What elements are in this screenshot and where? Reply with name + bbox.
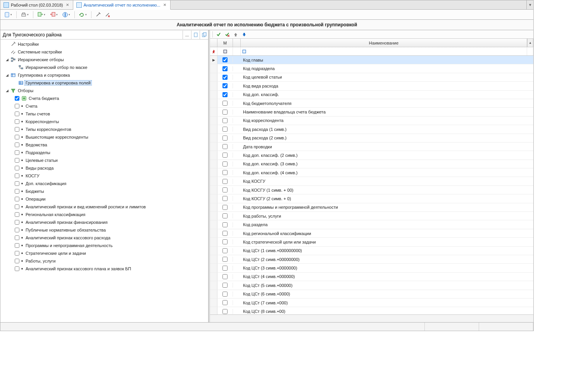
row-m-checkbox[interactable] (222, 118, 228, 123)
tree-filter-item[interactable]: Операции (0, 195, 208, 203)
filter-name-icon[interactable] (241, 47, 527, 55)
row-header[interactable] (210, 194, 217, 203)
tree-node-hier-mask[interactable]: Иерархический отбор по маске (0, 64, 208, 71)
filter-checkbox[interactable] (15, 228, 19, 232)
move-up-button[interactable] (232, 31, 239, 38)
row-m-checkbox[interactable] (222, 144, 228, 149)
filter-m-icon[interactable] (217, 47, 233, 55)
table-row[interactable]: Код региональной классификации (210, 229, 533, 238)
row-header[interactable] (210, 99, 217, 107)
row-header[interactable] (210, 212, 217, 220)
row-header[interactable] (210, 264, 217, 272)
row-m-checkbox[interactable] (222, 309, 228, 314)
filter-checkbox[interactable] (15, 127, 19, 132)
tree-filter-item[interactable]: Виды расхода (0, 164, 208, 172)
info-button[interactable]: i (61, 11, 72, 19)
filter-checkbox[interactable] (15, 104, 19, 108)
table-row[interactable]: Код вида расхода (210, 82, 533, 90)
row-header[interactable] (210, 290, 217, 298)
table-row[interactable]: Код стратегической цели или задачи (210, 238, 533, 246)
filter-checkbox[interactable] (15, 158, 19, 163)
table-row[interactable]: Код КОСГУ (210, 177, 533, 185)
table-row[interactable]: Код ЦСт (3 симв.+0000000) (210, 264, 533, 272)
row-m-checkbox[interactable] (222, 248, 228, 253)
template-copy-button[interactable] (191, 31, 200, 39)
tree-filter-item[interactable]: Корреспонденты (0, 118, 208, 125)
filter-checkbox[interactable] (15, 119, 19, 124)
table-row[interactable]: Код КОСГУ (2 симв. + 0) (210, 194, 533, 203)
table-row[interactable]: Вид расхода (2 симв.) (210, 134, 533, 143)
filter-checkbox[interactable] (15, 204, 19, 209)
tree-filter-item[interactable]: Аналитический признак кассового расхода (0, 234, 208, 242)
tree-filter-item[interactable]: Счета (0, 102, 208, 110)
row-m-checkbox[interactable] (222, 239, 228, 244)
row-header[interactable] (210, 255, 217, 263)
row-header[interactable] (210, 108, 217, 116)
row-m-checkbox[interactable] (222, 153, 228, 158)
row-header[interactable] (210, 186, 217, 194)
row-m-checkbox[interactable] (222, 274, 228, 279)
uncheck-button[interactable] (224, 31, 231, 38)
table-row[interactable]: Код раздела (210, 220, 533, 229)
row-m-checkbox[interactable] (222, 161, 228, 167)
table-row[interactable]: ▶Код главы (210, 56, 533, 64)
filter-checkbox[interactable] (15, 112, 19, 116)
tree-filter-item[interactable]: Ведомства (0, 141, 208, 149)
filter-checkbox[interactable] (15, 197, 19, 201)
tree-node-sys-settings[interactable]: Системные настройки (0, 48, 208, 56)
tree-filter-item[interactable]: Аналитический признак кассового плана и … (0, 265, 208, 273)
template-more-button[interactable]: ... (183, 31, 191, 39)
check-button[interactable] (215, 31, 222, 38)
row-m-checkbox[interactable] (222, 92, 228, 97)
table-row[interactable]: Код целевой статьи (210, 73, 533, 82)
row-header[interactable] (210, 143, 217, 151)
row-m-checkbox[interactable] (222, 196, 228, 201)
filter-checkbox[interactable] (15, 150, 19, 155)
close-icon[interactable]: ✕ (162, 3, 167, 7)
row-m-checkbox[interactable] (222, 170, 228, 175)
column-header-m[interactable]: М (217, 39, 233, 47)
row-m-checkbox[interactable] (222, 300, 228, 305)
table-row[interactable]: Дата проводки (210, 143, 533, 151)
row-m-checkbox[interactable] (222, 213, 228, 218)
table-row[interactable]: Код подраздела (210, 64, 533, 73)
tree-filter-item[interactable]: Типы корреспондентов (0, 125, 208, 133)
row-header[interactable] (210, 134, 217, 142)
row-header[interactable] (210, 125, 217, 133)
tree-filter-item[interactable]: Программы и непрограммная деятельность (0, 242, 208, 249)
filter-pin-icon[interactable] (210, 47, 217, 55)
row-m-checkbox[interactable] (222, 110, 228, 115)
table-row[interactable]: Код ЦСт (1 симв.+000000000) (210, 247, 533, 255)
row-header[interactable] (210, 151, 217, 159)
table-row[interactable]: Код ЦСт (6 симв.+0000) (210, 290, 533, 299)
table-row[interactable]: Код доп. классиф. (4 симв.) (210, 168, 533, 177)
tree-filter-item[interactable]: Бюджеты (0, 187, 208, 195)
move-down-button[interactable] (241, 31, 248, 38)
table-row[interactable]: Код доп. классиф. (2 симв.) (210, 151, 533, 160)
row-m-checkbox[interactable] (222, 75, 228, 80)
row-header[interactable] (210, 307, 217, 314)
tab-report[interactable]: Аналитический отчет по исполнению... ✕ (73, 0, 171, 10)
table-row[interactable]: Код программы и непрограммной деятельнос… (210, 203, 533, 212)
tree-node-filters[interactable]: ◢ Отборы (0, 87, 208, 94)
tab-desktop[interactable]: Рабочий стол (02.03.2018) ✕ (0, 0, 73, 9)
print-button[interactable] (19, 11, 30, 19)
row-m-checkbox[interactable] (222, 57, 228, 62)
row-header[interactable] (210, 220, 217, 228)
tree-filter-item[interactable]: Аналитический признак и вид изменений ро… (0, 203, 208, 211)
row-header[interactable] (210, 203, 217, 211)
filter-checkbox[interactable] (15, 189, 19, 194)
row-header[interactable] (210, 299, 217, 307)
row-m-checkbox[interactable] (222, 222, 228, 227)
row-m-checkbox[interactable] (222, 266, 228, 271)
row-header[interactable] (210, 117, 217, 125)
row-header-column[interactable] (210, 39, 217, 47)
table-row[interactable]: Код КОСГУ (1 симв. + 00) (210, 186, 533, 194)
template-duplicate-button[interactable] (200, 31, 208, 39)
table-row[interactable]: Вид расхода (1 симв.) (210, 125, 533, 134)
table-row[interactable]: Код корреспондента (210, 117, 533, 125)
tree-node-settings[interactable]: Настройки (0, 40, 208, 48)
tree-node-group-fields[interactable]: Группировка и сортировка полей (0, 79, 208, 87)
close-icon[interactable]: ✕ (65, 3, 70, 7)
template-input[interactable] (0, 32, 183, 38)
